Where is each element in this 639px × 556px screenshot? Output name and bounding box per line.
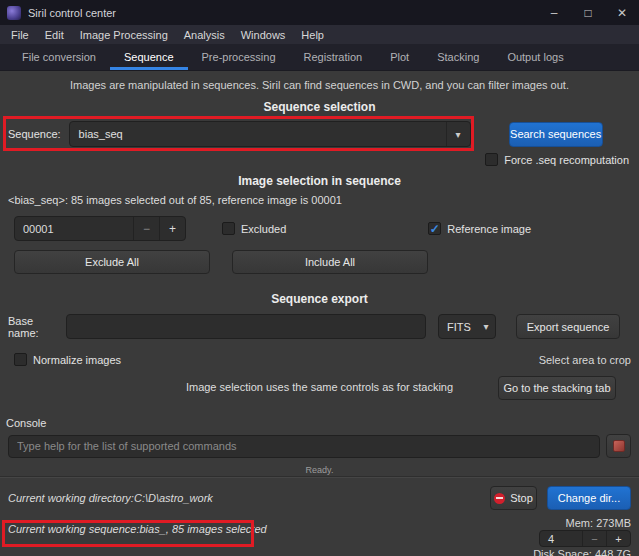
menu-item-analysis[interactable]: Analysis <box>176 29 233 41</box>
stop-icon <box>494 493 505 504</box>
status-row: Current working sequence:bias_, 85 image… <box>8 517 631 556</box>
excluded-checkbox-row: Excluded <box>222 222 286 235</box>
tab-stacking[interactable]: Stacking <box>423 44 493 70</box>
disk-space-text: Disk Space: 448.7G <box>533 548 631 556</box>
sequence-dropdown-value: bias_seq <box>70 128 446 140</box>
checkmark-icon: ✓ <box>430 223 440 235</box>
reference-checkbox-row: ✓ Reference image <box>428 222 531 235</box>
threads-spinner[interactable]: 4 − + <box>539 530 631 547</box>
export-format-value: FITS <box>439 321 477 333</box>
menubar: File Edit Image Processing Analysis Wind… <box>0 25 639 44</box>
force-recompute-checkbox[interactable] <box>485 153 498 166</box>
select-area-crop-label: Select area to crop <box>539 354 631 366</box>
menu-item-file[interactable]: File <box>3 29 37 41</box>
image-controls-row: 00001 − + Excluded ✓ Reference image <box>14 216 625 241</box>
working-sequence-text: Current working sequence:bias_, 85 image… <box>8 523 267 535</box>
titlebar: Siril control center – □ ✕ <box>0 0 639 25</box>
stacking-row: Image selection uses the same controls a… <box>0 376 639 401</box>
force-recompute-row: Force .seq recomputation <box>10 153 629 166</box>
chevron-down-icon: ▾ <box>477 315 495 338</box>
window-controls: – □ ✕ <box>537 0 639 25</box>
image-selection-heading: Image selection in sequence <box>0 174 639 188</box>
sequence-dropdown[interactable]: bias_seq ▾ <box>69 121 471 147</box>
progress-bar: Ready. <box>0 465 639 478</box>
working-sequence-value: bias_, 85 images selected <box>139 523 266 535</box>
tab-pre-processing[interactable]: Pre-processing <box>188 44 290 70</box>
export-sequence-button[interactable]: Export sequence <box>516 314 620 339</box>
working-directory-row: Current working directory:C:\D\astro_wor… <box>8 486 631 510</box>
minimize-button[interactable]: – <box>537 0 571 25</box>
chevron-down-icon: ▾ <box>446 122 470 146</box>
close-button[interactable]: ✕ <box>605 0 639 25</box>
command-log-button[interactable] <box>606 434 631 458</box>
stop-button[interactable]: Stop <box>490 486 537 510</box>
working-directory-text: Current working directory:C:\D\astro_wor… <box>8 492 213 504</box>
window-title: Siril control center <box>28 7 116 19</box>
normalize-row: Normalize images Select area to crop <box>14 353 631 366</box>
menu-item-edit[interactable]: Edit <box>37 29 72 41</box>
progress-status-text: Ready. <box>0 465 639 475</box>
normalize-checkbox-row: Normalize images <box>14 353 121 366</box>
excluded-checkbox[interactable] <box>222 222 235 235</box>
working-sequence-label: Current working sequence: <box>8 523 139 535</box>
export-format-dropdown[interactable]: FITS ▾ <box>438 314 496 339</box>
force-recompute-label: Force .seq recomputation <box>504 154 629 166</box>
console-section: Console Ready. Current working directory… <box>0 417 639 556</box>
working-directory-value: C:\D\astro_work <box>134 492 213 504</box>
menu-item-windows[interactable]: Windows <box>233 29 294 41</box>
working-directory-label: Current working directory: <box>8 492 134 504</box>
command-input[interactable] <box>8 435 600 458</box>
system-info: Mem: 273MB 4 − + Disk Space: 448.7G <box>533 517 631 556</box>
exclude-include-row: Exclude All Include All <box>14 250 625 274</box>
plus-icon[interactable]: + <box>606 531 630 546</box>
change-dir-button[interactable]: Change dir... <box>547 486 631 510</box>
tabbar: File conversion Sequence Pre-processing … <box>0 44 639 71</box>
normalize-checkbox[interactable] <box>14 353 27 366</box>
sequence-export-heading: Sequence export <box>0 292 639 306</box>
siril-app-icon <box>7 6 21 20</box>
sequence-selector-row: Sequence: bias_seq ▾ Search sequences <box>8 121 631 147</box>
export-row: Base name: FITS ▾ Export sequence <box>8 314 631 339</box>
include-all-button[interactable]: Include All <box>232 250 428 274</box>
command-row <box>8 434 631 458</box>
exclude-all-button[interactable]: Exclude All <box>14 250 210 274</box>
base-name-label: Base name: <box>8 315 66 339</box>
sequence-intro-text: Images are manipulated in sequences. Sir… <box>0 79 639 91</box>
selection-info-text: <bias_seq>: 85 images selected out of 85… <box>8 194 631 206</box>
command-log-icon <box>613 440 625 452</box>
memory-usage-text: Mem: 273MB <box>566 517 631 529</box>
reference-label: Reference image <box>447 223 531 235</box>
progress-track <box>0 476 639 478</box>
menu-item-image-processing[interactable]: Image Processing <box>72 29 176 41</box>
console-label: Console <box>6 417 639 429</box>
reference-checkbox[interactable]: ✓ <box>428 222 441 235</box>
sequence-label: Sequence: <box>8 128 61 140</box>
stop-button-label: Stop <box>510 492 533 504</box>
threads-value: 4 <box>540 531 582 546</box>
search-sequences-button[interactable]: Search sequences <box>509 122 603 147</box>
tab-file-conversion[interactable]: File conversion <box>8 44 110 70</box>
go-to-stacking-button[interactable]: Go to the stacking tab <box>498 376 616 400</box>
tab-registration[interactable]: Registration <box>290 44 377 70</box>
normalize-label: Normalize images <box>33 354 121 366</box>
plus-icon[interactable]: + <box>159 217 185 240</box>
excluded-label: Excluded <box>241 223 286 235</box>
tab-output-logs[interactable]: Output logs <box>493 44 577 70</box>
minus-icon[interactable]: − <box>582 531 606 546</box>
base-name-input[interactable] <box>66 314 426 339</box>
tab-sequence[interactable]: Sequence <box>110 44 188 70</box>
minus-icon[interactable]: − <box>133 217 159 240</box>
maximize-button[interactable]: □ <box>571 0 605 25</box>
tab-plot[interactable]: Plot <box>376 44 423 70</box>
menu-item-help[interactable]: Help <box>293 29 332 41</box>
image-number-spinner[interactable]: 00001 − + <box>14 216 186 241</box>
image-number-value: 00001 <box>15 217 133 240</box>
sequence-selection-heading: Sequence selection <box>0 100 639 114</box>
sequence-tab-panel: Images are manipulated in sequences. Sir… <box>0 79 639 401</box>
